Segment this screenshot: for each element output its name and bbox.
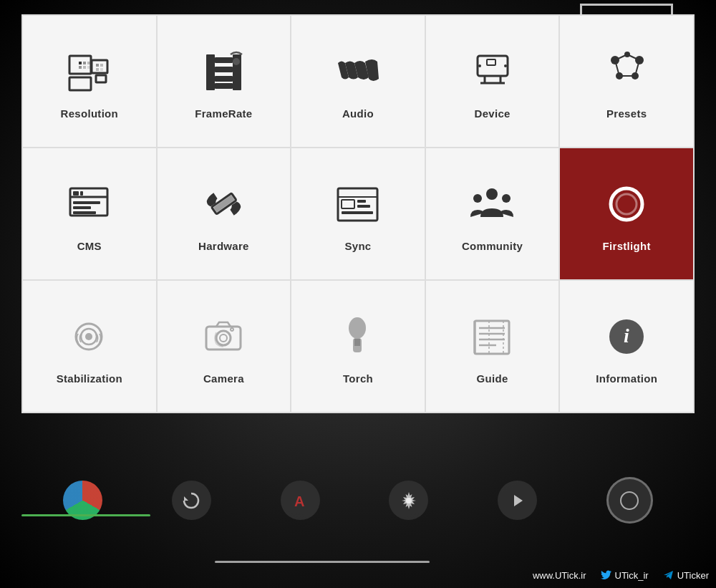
camera-label: Camera bbox=[203, 372, 244, 385]
svg-point-62 bbox=[616, 194, 637, 214]
svg-rect-73 bbox=[354, 339, 360, 346]
audio-icon bbox=[333, 47, 383, 97]
device-icon bbox=[468, 47, 518, 97]
svg-rect-45 bbox=[73, 191, 79, 196]
community-label: Community bbox=[462, 240, 523, 252]
grid-cell-sync[interactable]: Sync bbox=[291, 148, 425, 280]
menu-grid-container: Resolution FrameRate Audio Device Preset… bbox=[21, 14, 695, 413]
svg-rect-5 bbox=[69, 56, 91, 74]
grid-cell-presets[interactable]: Presets bbox=[559, 15, 694, 148]
svg-rect-47 bbox=[73, 201, 100, 204]
resolution-icon bbox=[64, 47, 115, 97]
grid-cell-device[interactable]: Device bbox=[425, 15, 560, 148]
settings-icon[interactable] bbox=[389, 481, 428, 520]
svg-point-70 bbox=[220, 334, 227, 342]
svg-rect-17 bbox=[96, 75, 106, 82]
svg-point-4 bbox=[621, 492, 638, 509]
menu-grid: Resolution FrameRate Audio Device Preset… bbox=[21, 14, 695, 413]
watermark-bar: www.UTick.ir UTick_ir UTicker bbox=[533, 569, 709, 581]
svg-text:)): )) bbox=[96, 332, 102, 342]
svg-point-25 bbox=[233, 58, 240, 65]
hardware-label: Hardware bbox=[198, 240, 249, 252]
camera-icon bbox=[198, 312, 248, 362]
svg-rect-7 bbox=[83, 62, 86, 64]
svg-rect-23 bbox=[215, 76, 233, 82]
svg-rect-10 bbox=[83, 66, 86, 69]
framerate-label: FrameRate bbox=[195, 107, 252, 120]
svg-rect-49 bbox=[73, 211, 96, 214]
guide-icon bbox=[468, 312, 518, 362]
torch-label: Torch bbox=[343, 372, 373, 385]
svg-rect-24 bbox=[215, 83, 233, 89]
svg-rect-18 bbox=[69, 77, 91, 90]
grid-cell-guide[interactable]: Guide bbox=[425, 280, 560, 413]
svg-point-71 bbox=[349, 317, 366, 339]
svg-rect-56 bbox=[357, 205, 370, 208]
grid-cell-cms[interactable]: CMS bbox=[22, 148, 157, 280]
website-label: www.UTick.ir bbox=[533, 570, 586, 581]
scrubber-line bbox=[215, 561, 430, 563]
firstlight-label: Firstlight bbox=[603, 240, 651, 252]
svg-rect-21 bbox=[215, 57, 233, 63]
svg-point-32 bbox=[504, 64, 507, 67]
presets-label: Presets bbox=[606, 107, 647, 120]
play-icon[interactable] bbox=[498, 481, 537, 520]
svg-marker-0 bbox=[184, 496, 188, 501]
twitter-label: UTick_ir bbox=[601, 569, 649, 581]
twitter-icon bbox=[601, 569, 612, 581]
grid-cell-hardware[interactable]: Hardware bbox=[157, 148, 291, 280]
svg-rect-9 bbox=[79, 66, 82, 69]
information-icon: i bbox=[601, 312, 652, 362]
svg-point-58 bbox=[486, 188, 498, 200]
svg-rect-14 bbox=[100, 64, 103, 67]
stabilization-icon: (( )) bbox=[64, 312, 115, 362]
grid-cell-community[interactable]: Community bbox=[425, 148, 560, 280]
svg-rect-46 bbox=[80, 191, 83, 196]
svg-point-60 bbox=[502, 194, 511, 203]
grid-cell-information[interactable]: i Information bbox=[559, 280, 694, 413]
framerate-icon bbox=[198, 47, 248, 97]
grid-cell-camera[interactable]: Camera bbox=[157, 280, 291, 413]
sync-icon bbox=[333, 179, 383, 229]
svg-text:A: A bbox=[294, 493, 304, 509]
record-button[interactable] bbox=[606, 477, 653, 524]
firstlight-icon bbox=[601, 179, 652, 229]
grid-cell-torch[interactable]: Torch bbox=[291, 280, 425, 413]
hardware-icon bbox=[198, 179, 248, 229]
svg-point-65 bbox=[85, 333, 92, 340]
website-text: www.UTick.ir bbox=[533, 570, 586, 581]
telegram-label: UTicker bbox=[663, 569, 709, 581]
cms-label: CMS bbox=[77, 240, 102, 252]
grid-cell-resolution[interactable]: Resolution bbox=[22, 15, 157, 148]
svg-point-31 bbox=[478, 64, 481, 67]
grid-cell-firstlight[interactable]: Firstlight bbox=[559, 148, 694, 280]
grid-cell-stabilization[interactable]: (( )) Stabilization bbox=[22, 280, 157, 413]
telegram-text: UTicker bbox=[677, 570, 709, 581]
information-label: Information bbox=[596, 372, 657, 385]
svg-rect-52 bbox=[338, 188, 377, 221]
svg-text:((: (( bbox=[76, 332, 82, 342]
svg-rect-13 bbox=[96, 64, 99, 67]
svg-rect-16 bbox=[100, 68, 103, 71]
sync-label: Sync bbox=[344, 240, 371, 252]
torch-icon bbox=[333, 312, 383, 362]
svg-rect-11 bbox=[87, 66, 90, 69]
svg-rect-54 bbox=[342, 200, 354, 208]
svg-rect-8 bbox=[87, 62, 90, 64]
svg-rect-6 bbox=[79, 62, 82, 64]
svg-rect-74 bbox=[475, 321, 509, 354]
grid-cell-framerate[interactable]: FrameRate bbox=[157, 15, 291, 148]
stabilization-label: Stabilization bbox=[57, 372, 122, 385]
grid-cell-audio[interactable]: Audio bbox=[291, 15, 425, 148]
letter-a-icon[interactable]: A bbox=[281, 481, 320, 520]
svg-rect-15 bbox=[96, 68, 99, 71]
progress-bar bbox=[21, 514, 150, 516]
svg-text:i: i bbox=[624, 324, 629, 347]
svg-rect-19 bbox=[206, 54, 215, 90]
svg-point-59 bbox=[473, 194, 482, 203]
presets-icon bbox=[601, 47, 652, 97]
guide-label: Guide bbox=[477, 372, 508, 385]
svg-rect-55 bbox=[357, 200, 366, 203]
cms-icon bbox=[64, 179, 115, 229]
refresh-icon[interactable] bbox=[172, 481, 211, 520]
